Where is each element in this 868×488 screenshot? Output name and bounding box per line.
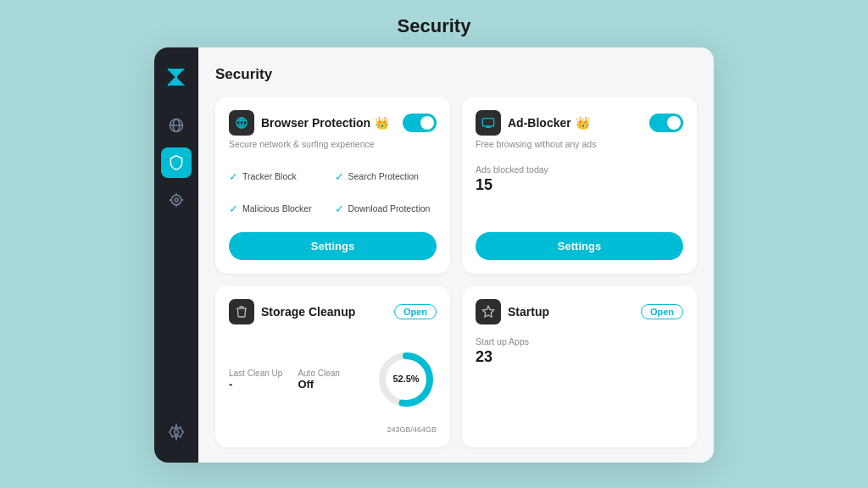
ad-blocker-subtitle: Free browsing without any ads: [476, 139, 683, 149]
sidebar-item-crosshair[interactable]: [161, 185, 192, 215]
ad-settings-button[interactable]: Settings: [476, 232, 683, 260]
ad-blocker-header: Ad-Blocker 👑: [476, 110, 683, 136]
startup-icon: [476, 299, 501, 324]
svg-point-3: [171, 195, 181, 205]
svg-point-10: [236, 118, 247, 128]
sidebar-item-security[interactable]: [161, 147, 192, 178]
sidebar-item-globe[interactable]: [161, 110, 192, 141]
ad-blocker-icon: [476, 110, 501, 136]
ads-blocked-label: Ads blocked today: [476, 164, 683, 175]
feature-search-protection: ✓ Search Protection: [335, 163, 437, 190]
storage-cleanup-title-row: Storage Cleanup: [229, 299, 355, 324]
sidebar: [154, 47, 198, 463]
browser-protection-toggle[interactable]: [403, 114, 437, 132]
last-clean-label: Last Clean Up: [229, 369, 282, 378]
auto-clean-stat: Auto Clean Off: [298, 369, 339, 391]
startup-title-row: Startup: [476, 299, 549, 324]
svg-point-4: [175, 198, 178, 202]
ads-blocked-section: Ads blocked today 15: [476, 164, 683, 222]
feature-download-protection: ✓ Download Protection: [335, 195, 437, 222]
browser-protection-header: Browser Protection 👑: [229, 110, 437, 136]
ad-blocker-title: Ad-Blocker 👑: [508, 116, 590, 130]
startup-open-button[interactable]: Open: [641, 304, 683, 319]
browser-protection-subtitle: Secure network & surfing experience: [229, 139, 437, 149]
sidebar-logo: [162, 63, 191, 92]
check-icon-2: ✓: [335, 170, 344, 183]
app-window: Security: [154, 47, 714, 463]
main-content: Security: [198, 47, 714, 463]
donut-sublabel: 243GB/464GB: [229, 425, 437, 434]
startup-apps-label: Start up Apps: [476, 336, 683, 347]
page-title: Security: [0, 0, 868, 47]
ad-blocker-title-row: Ad-Blocker 👑: [476, 110, 590, 136]
feature-malicious-blocker: ✓ Malicious Blocker: [229, 195, 331, 222]
storage-cleanup-icon: [229, 299, 254, 324]
storage-cleanup-title: Storage Cleanup: [261, 305, 355, 319]
startup-card: Startup Open Start up Apps 23: [462, 286, 697, 447]
storage-cleanup-body: Last Clean Up - Auto Clean Off: [229, 335, 437, 424]
startup-apps-count: 23: [476, 348, 683, 366]
ads-blocked-count: 15: [476, 176, 683, 194]
storage-cleanup-card: Storage Cleanup Open Last Clean Up - Aut…: [215, 286, 450, 447]
storage-open-button[interactable]: Open: [394, 304, 437, 319]
browser-protection-icon: [229, 110, 254, 136]
check-icon-1: ✓: [229, 170, 238, 183]
auto-clean-value: Off: [298, 378, 339, 391]
startup-header: Startup Open: [476, 299, 683, 324]
sidebar-bottom: [161, 417, 192, 447]
feature-tracker-block: ✓ Tracker Block: [229, 163, 331, 190]
storage-stats: Last Clean Up - Auto Clean Off: [229, 369, 367, 391]
ad-blocker-toggle[interactable]: [649, 114, 683, 132]
storage-cleanup-header: Storage Cleanup Open: [229, 299, 437, 324]
auto-clean-label: Auto Clean: [298, 369, 339, 378]
last-clean-stat: Last Clean Up -: [229, 369, 282, 391]
ad-blocker-crown: 👑: [576, 116, 590, 130]
startup-body: Start up Apps 23: [476, 336, 683, 434]
startup-title: Startup: [508, 305, 549, 319]
svg-rect-13: [482, 119, 493, 126]
sidebar-item-settings[interactable]: [161, 417, 192, 447]
browser-protection-features: ✓ Tracker Block ✓ Search Protection ✓ Ma…: [229, 163, 437, 222]
check-icon-3: ✓: [229, 202, 238, 215]
browser-protection-title: Browser Protection 👑: [261, 116, 389, 130]
cards-grid: Browser Protection 👑 Secure network & su…: [215, 97, 697, 447]
check-icon-4: ✓: [335, 202, 344, 215]
section-title: Security: [215, 66, 697, 83]
ad-blocker-card: Ad-Blocker 👑 Free browsing without any a…: [462, 97, 697, 274]
browser-protection-title-row: Browser Protection 👑: [229, 110, 389, 136]
last-clean-value: -: [229, 378, 282, 391]
donut-chart-container: 52.5%: [376, 349, 437, 410]
browser-settings-button[interactable]: Settings: [229, 232, 437, 260]
browser-protection-card: Browser Protection 👑 Secure network & su…: [215, 97, 450, 274]
browser-protection-crown: 👑: [375, 116, 389, 130]
donut-label: 52.5%: [392, 374, 419, 385]
svg-point-9: [175, 430, 179, 435]
